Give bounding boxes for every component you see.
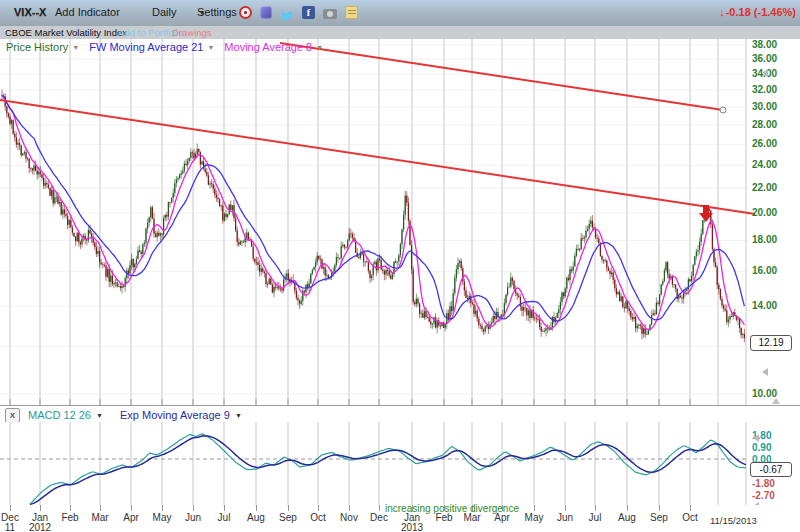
month-label: Feb [55,512,85,523]
month-label: Aug [241,512,271,523]
time-tick [40,505,41,511]
app-window: VIX--X Add Indicator Daily▼ Settings f ↓… [0,0,800,532]
month-label: Jul [580,512,610,523]
period-value: Daily [152,6,176,18]
ma8-dropdown[interactable]: Moving Average 8▼ [224,41,323,53]
month-label: Apr [116,512,146,523]
price-tick: 14.00 [752,300,777,311]
macd-chart-pane: 1.800.900.00-1.80-2.70 -0.67 increasing … [0,422,800,505]
price-history-label: Price History [6,41,68,53]
settings-button[interactable]: Settings [197,6,237,18]
time-tick [10,505,11,511]
time-tick [288,505,289,511]
macd-tick: 0.90 [752,442,771,453]
time-tick [627,505,628,511]
pane-resize-icon[interactable] [772,398,780,404]
macd-ema-label: Exp Moving Average 9 [120,409,230,421]
library-icon[interactable] [260,6,272,19]
year-label: 2013 [395,522,429,532]
price-tick: 16.00 [752,265,777,276]
twitter-icon[interactable] [280,7,294,19]
month-label: Jun [550,512,580,523]
time-tick [595,505,596,511]
time-tick [162,505,163,511]
chevron-down-icon: ▼ [96,412,103,419]
month-label: Jul [209,512,239,523]
ma21-label: FW Moving Average 21 [89,41,203,53]
macd-chart[interactable] [0,422,800,505]
time-tick [224,505,225,511]
ma21-dropdown[interactable]: FW Moving Average 21▼ [89,41,214,53]
time-tick [70,505,71,511]
axis-marker-icon[interactable] [753,434,759,442]
last-price-badge: 12.19 [750,335,792,351]
down-arrow-icon: ↓ [719,6,725,18]
month-label: Oct [675,512,705,523]
month-label: May [147,512,177,523]
month-label: Oct [303,512,333,523]
price-tick: 30.00 [752,101,777,112]
camera-icon[interactable] [323,9,337,19]
end-date-label: 11/15/2013 [710,515,757,526]
macd-tick: -1.80 [752,478,775,489]
time-tick [256,505,257,511]
symbol-bar: CBOE Market Volatility Index Add to Port… [0,26,800,40]
price-tick: 38.00 [752,39,777,50]
time-tick [659,505,660,511]
price-tick: 26.00 [752,138,777,149]
axis-marker-icon[interactable] [762,368,768,376]
price-tick: 22.00 [752,182,777,193]
price-change: ↓-0.18 (-1.46%) [719,6,796,18]
month-label: Aug [612,512,642,523]
month-label: Sep [273,512,303,523]
price-change-value: -0.18 (-1.46%) [726,6,796,18]
price-tick: 20.00 [752,207,777,218]
macd-ema-dropdown[interactable]: Exp Moving Average 9▼ [120,409,242,421]
time-tick [349,505,350,511]
toolbar-icons: f [239,4,358,21]
time-tick [565,505,566,511]
chevron-down-icon: ▼ [316,44,323,51]
price-tick: 28.00 [752,119,777,130]
drawings-link[interactable]: Drawings [172,27,212,38]
time-tick [690,505,691,511]
month-label: Nov [334,512,364,523]
macd-dropdown[interactable]: MACD 12 26▼ [28,409,103,421]
close-indicator-button[interactable]: X [5,408,20,423]
month-label: May [519,512,549,523]
axis-marker-icon[interactable] [762,69,768,77]
macd-last-badge: -0.67 [750,462,792,477]
price-tick: 36.00 [752,53,777,64]
ma8-label: Moving Average 8 [224,41,312,53]
macd-label: MACD 12 26 [28,409,91,421]
time-tick [193,505,194,511]
price-tick: 32.00 [752,84,777,95]
price-tick: 18.00 [752,234,777,245]
chevron-down-icon: ▼ [235,412,242,419]
time-tick [131,505,132,511]
time-tick [379,505,380,511]
chevron-down-icon: ▼ [207,44,214,51]
time-tick [534,505,535,511]
time-tick [100,505,101,511]
add-indicator-button[interactable]: Add Indicator [55,6,120,18]
chevron-down-icon: ▼ [72,44,79,51]
price-tick: 24.00 [752,159,777,170]
price-legend: Price History▼ FW Moving Average 21▼ Mov… [6,41,323,53]
macd-header: X MACD 12 26▼ Exp Moving Average 9▼ [0,405,800,423]
month-label: Jun [178,512,208,523]
price-history-dropdown[interactable]: Price History▼ [6,41,79,53]
notes-icon[interactable] [345,6,358,19]
year-label: 2012 [23,522,57,532]
time-tick [318,505,319,511]
price-chart[interactable] [0,39,800,405]
month-label: Sep [644,512,674,523]
symbol-label: VIX--X [14,6,46,18]
alarm-icon[interactable] [239,6,252,19]
month-label: Mar [85,512,115,523]
facebook-icon[interactable]: f [302,6,315,19]
macd-tick: -2.70 [752,490,775,501]
price-chart-pane: Price History▼ FW Moving Average 21▼ Mov… [0,39,800,405]
toolbar: VIX--X Add Indicator Daily▼ Settings f ↓… [0,0,800,27]
divergence-annotation: increasing positive divergence [385,503,519,514]
